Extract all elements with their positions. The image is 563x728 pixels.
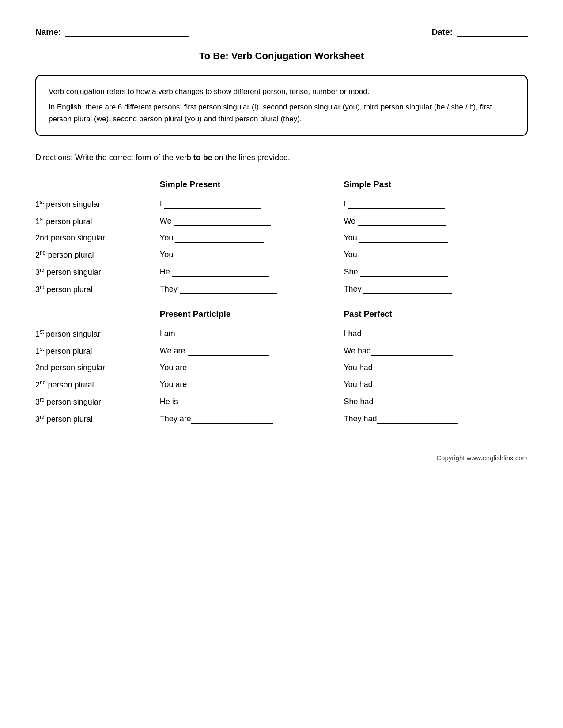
col-present-participle-header: Present Participle <box>160 307 344 325</box>
info-line1: Verb conjugation refers to how a verb ch… <box>49 86 514 98</box>
directions: Directions: Write the correct form of th… <box>35 152 528 164</box>
prefix: She <box>344 267 360 276</box>
info-line2: In English, there are 6 different person… <box>49 101 514 125</box>
copyright: Copyright www.englishlinx.com <box>35 454 528 462</box>
fill-line[interactable] <box>363 293 452 294</box>
form2-cell: They had <box>344 410 528 428</box>
name-label: Name: <box>35 27 61 37</box>
fill-line[interactable] <box>172 276 269 277</box>
form2-cell: They <box>344 281 528 298</box>
fill-line[interactable] <box>375 389 457 389</box>
person-label: 2nd person plural <box>35 246 160 263</box>
fill-line[interactable] <box>373 372 454 372</box>
fill-line[interactable] <box>348 208 445 209</box>
form1-cell: They are <box>160 410 344 428</box>
form1-cell: He is <box>160 393 344 410</box>
form2-cell: I <box>344 195 528 213</box>
prefix: You <box>344 233 359 242</box>
fill-line[interactable] <box>359 259 448 259</box>
col-simple-past-header: Simple Past <box>344 177 528 195</box>
form1-cell: We are <box>160 342 344 360</box>
fill-line[interactable] <box>180 293 277 294</box>
table-row: 1st person plural We are We had <box>35 342 528 360</box>
section2-table: Present Participle Past Perfect 1st pers… <box>35 307 528 428</box>
fill-line[interactable] <box>175 259 272 259</box>
form2-cell: You had <box>344 360 528 376</box>
section1-table: Simple Present Simple Past 1st person si… <box>35 177 528 298</box>
date-field: Date: <box>431 26 528 37</box>
prefix: I <box>344 199 348 208</box>
table-row: 2nd person plural You You <box>35 246 528 263</box>
form1-cell: You are <box>160 360 344 376</box>
prefix: You had <box>344 363 372 372</box>
fill-line[interactable] <box>191 423 273 424</box>
prefix: You <box>160 233 175 242</box>
form1-cell: I am <box>160 325 344 342</box>
date-line[interactable] <box>457 26 528 37</box>
fill-line[interactable] <box>175 242 264 243</box>
fill-line[interactable] <box>377 423 458 424</box>
prefix: We <box>344 217 358 225</box>
person-label: 2nd person singular <box>35 360 160 376</box>
page-title: To Be: Verb Conjugation Worksheet <box>35 50 528 62</box>
fill-line[interactable] <box>358 225 446 226</box>
form1-cell: You <box>160 246 344 263</box>
table-row: 2nd person plural You are You had <box>35 376 528 393</box>
form1-cell: I <box>160 195 344 213</box>
prefix: You had <box>344 380 374 389</box>
prefix: You <box>344 250 359 259</box>
prefix: I <box>160 199 164 208</box>
fill-line[interactable] <box>189 389 271 389</box>
form2-cell: We had <box>344 342 528 360</box>
form2-cell: We <box>344 213 528 230</box>
person-label: 2nd person singular <box>35 230 160 246</box>
prefix: They are <box>160 414 191 423</box>
person-label: 1st person plural <box>35 213 160 230</box>
col-simple-present-header: Simple Present <box>160 177 344 195</box>
form2-cell: I had <box>344 325 528 342</box>
prefix: He <box>160 267 172 276</box>
col-person-header1 <box>35 177 160 195</box>
person-label: 3rd person singular <box>35 393 160 410</box>
header: Name: Date: <box>35 26 528 37</box>
prefix: You are <box>160 380 189 389</box>
fill-line[interactable] <box>164 208 261 209</box>
prefix: You are <box>160 363 187 372</box>
fill-line[interactable] <box>187 372 268 372</box>
fill-line[interactable] <box>188 355 269 356</box>
prefix: He is <box>160 397 178 406</box>
prefix: We <box>160 217 174 225</box>
fill-line[interactable] <box>373 406 455 406</box>
form1-cell: We <box>160 213 344 230</box>
fill-line[interactable] <box>371 355 453 356</box>
person-label: 1st person singular <box>35 325 160 342</box>
fill-line[interactable] <box>360 276 448 277</box>
table-row: 3rd person plural They are They had <box>35 410 528 428</box>
prefix: She had <box>344 397 373 406</box>
form2-cell: She <box>344 263 528 281</box>
fill-line[interactable] <box>363 338 452 338</box>
form1-cell: You <box>160 230 344 246</box>
col-past-perfect-header: Past Perfect <box>344 307 528 325</box>
form1-cell: He <box>160 263 344 281</box>
fill-line[interactable] <box>178 338 266 338</box>
table-row: 2nd person singular You are You had <box>35 360 528 376</box>
person-label: 3rd person plural <box>35 281 160 298</box>
name-field: Name: <box>35 26 189 37</box>
form2-cell: You <box>344 246 528 263</box>
prefix: We had <box>344 346 371 355</box>
table-row: 3rd person plural They They <box>35 281 528 298</box>
form2-cell: You had <box>344 376 528 393</box>
prefix: I am <box>160 329 178 338</box>
name-line[interactable] <box>65 26 189 37</box>
table-row: 3rd person singular He She <box>35 263 528 281</box>
prefix: You <box>160 250 175 259</box>
fill-line[interactable] <box>178 406 266 406</box>
prefix: We are <box>160 346 188 355</box>
form1-cell: They <box>160 281 344 298</box>
fill-line[interactable] <box>174 225 271 226</box>
table-row: 1st person singular I am I had <box>35 325 528 342</box>
form2-cell: She had <box>344 393 528 410</box>
fill-line[interactable] <box>359 242 448 243</box>
form1-cell: You are <box>160 376 344 393</box>
